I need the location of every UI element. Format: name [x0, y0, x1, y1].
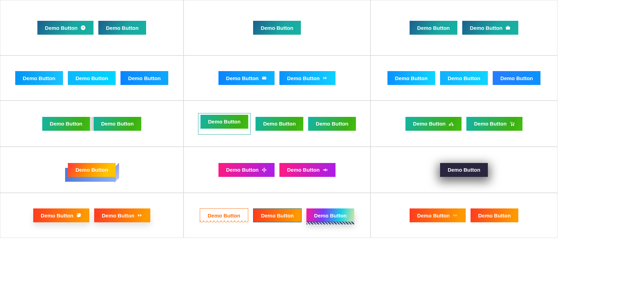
button-label: Demo Button [50, 121, 82, 127]
demo-button-outline[interactable]: Demo Button [200, 208, 248, 222]
demo-button[interactable]: Demo Button [410, 208, 466, 222]
cell-r3c1: Demo Button Demo Button [0, 101, 184, 147]
outlined-wrapper: Demo Button [198, 113, 251, 135]
envelope-icon [261, 75, 267, 81]
demo-button[interactable]: Demo Button [200, 115, 248, 129]
demo-button[interactable]: Demo Button [466, 117, 522, 131]
demo-button[interactable]: Demo Button [462, 21, 518, 35]
cell-r4c1: Demo Button [0, 147, 184, 193]
button-label: Demo Button [102, 213, 134, 218]
demo-button[interactable]: Demo Button [37, 21, 93, 35]
triple-chevron-icon [453, 213, 458, 218]
button-label: Demo Button [261, 25, 293, 31]
button-label: Demo Button [75, 75, 108, 81]
button-label: Demo Button [106, 25, 138, 31]
button-label: Demo Button [287, 167, 320, 173]
button-label: Demo Button [75, 167, 108, 173]
motorcycle-icon [448, 121, 454, 127]
cell-r2c2: Demo Button Demo Button [184, 55, 370, 101]
demo-button[interactable]: Demo Button [253, 21, 301, 35]
cell-r5c1: Demo Button Demo Button [0, 193, 184, 238]
cell-r4c2: Demo Button Demo Button [184, 147, 370, 193]
cell-r4c3: Demo Button [370, 147, 557, 193]
button-label: Demo Button [316, 121, 348, 127]
button-label: Demo Button [314, 213, 347, 218]
cell-r5c3: Demo Button Demo Button [370, 193, 557, 238]
move-icon [261, 167, 267, 173]
button-label: Demo Button [413, 121, 446, 127]
double-chevron-icon [322, 75, 328, 81]
fast-forward-icon [137, 213, 143, 218]
button-label: Demo Button [208, 213, 240, 218]
demo-button[interactable]: Demo Button [33, 208, 89, 222]
demo-button[interactable]: Demo Button [493, 71, 540, 85]
button-label: Demo Button [417, 25, 450, 31]
wavy-border [200, 221, 248, 223]
demo-button[interactable]: Demo Button [68, 163, 116, 177]
button-label: Demo Button [474, 121, 507, 127]
cell-r1c2: Demo Button [184, 0, 370, 55]
cell-r5c2: Demo Button Demo Button Demo Button [184, 193, 370, 238]
cell-r1c1: Demo Button Demo Button [0, 0, 184, 55]
button-label: Demo Button [128, 75, 161, 81]
button-label: Demo Button [448, 75, 480, 81]
demo-button[interactable]: Demo Button [15, 71, 63, 85]
demo-button[interactable]: Demo Button [218, 163, 275, 177]
demo-button[interactable]: Demo Button [308, 117, 356, 131]
demo-button[interactable]: Demo Button [440, 71, 488, 85]
svg-rect-3 [262, 77, 266, 79]
hatch-border [306, 222, 354, 224]
button-label: Demo Button [500, 75, 533, 81]
button-label: Demo Button [478, 213, 511, 218]
demo-button[interactable]: Demo Button [279, 71, 336, 85]
demo-button[interactable]: Demo Button [120, 71, 168, 85]
button-label: Demo Button [470, 25, 502, 31]
button-label: Demo Button [41, 213, 73, 218]
cell-r2c1: Demo Button Demo Button Demo Button [0, 55, 184, 101]
demo-button[interactable]: Demo Button [253, 208, 302, 222]
button-label: Demo Button [287, 75, 320, 81]
demo-button[interactable]: Demo Button [68, 71, 116, 85]
button-label: Demo Button [395, 75, 428, 81]
demo-button[interactable]: Demo Button [98, 21, 146, 35]
button-label: Demo Button [23, 75, 55, 81]
button-showcase-grid: Demo Button Demo Button Demo Button Demo… [0, 0, 644, 238]
button-label: Demo Button [208, 119, 241, 125]
button-label: Demo Button [417, 213, 450, 218]
demo-button[interactable]: Demo Button [42, 117, 90, 131]
demo-button[interactable]: Demo Button [306, 208, 354, 222]
cell-r3c2: Demo Button Demo Button Demo Button [184, 101, 370, 147]
button-label: Demo Button [226, 167, 259, 173]
button-label: Demo Button [101, 121, 134, 127]
button-label: Demo Button [448, 167, 480, 173]
button-3d-wrap: Demo Button [68, 163, 116, 177]
svg-point-6 [511, 125, 512, 126]
demo-button[interactable]: Demo Button [218, 71, 275, 85]
divider [91, 117, 91, 131]
divider [92, 117, 93, 131]
edit-icon [76, 213, 82, 218]
demo-button[interactable]: Demo Button [440, 163, 488, 177]
svg-rect-2 [507, 26, 509, 27]
cell-r2c3: Demo Button Demo Button Demo Button [370, 55, 557, 101]
cell-r1c3: Demo Button Demo Button [370, 0, 557, 55]
demo-button[interactable]: Demo Button [279, 163, 336, 177]
button-label: Demo Button [261, 213, 294, 218]
demo-button[interactable]: Demo Button [94, 208, 150, 222]
demo-button[interactable]: Demo Button [410, 21, 457, 35]
demo-button[interactable]: Demo Button [471, 208, 518, 222]
briefcase-icon [505, 25, 511, 31]
demo-button[interactable]: Demo Button [256, 117, 303, 131]
button-label: Demo Button [263, 121, 296, 127]
button-label: Demo Button [226, 75, 259, 81]
cart-icon [509, 121, 515, 127]
demo-button[interactable]: Demo Button [93, 117, 141, 131]
svg-point-7 [513, 125, 514, 126]
demo-button[interactable]: Demo Button [405, 117, 462, 131]
button-group: Demo Button Demo Button [42, 117, 141, 131]
clock-icon [80, 25, 86, 31]
bullhorn-icon [322, 167, 328, 173]
demo-button[interactable]: Demo Button [387, 71, 435, 85]
cell-r3c3: Demo Button Demo Button [370, 101, 557, 147]
button-label: Demo Button [45, 25, 78, 31]
